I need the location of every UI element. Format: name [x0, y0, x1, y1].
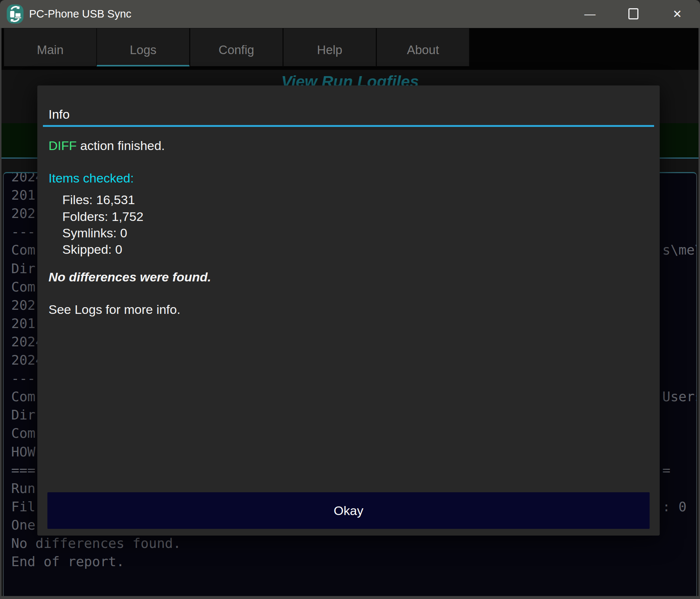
symlinks-count: Symlinks: 0	[62, 226, 127, 240]
log-text-left: Dir	[11, 261, 35, 276]
tab-help[interactable]: Help	[283, 28, 376, 66]
window-title: PC-Phone USB Sync	[29, 0, 131, 28]
log-text-left: 201	[11, 316, 35, 331]
title-bar: PC-Phone USB Sync — ✕	[0, 0, 700, 28]
app-window: PC-Phone USB Sync — ✕ Main Logs Config H…	[0, 0, 700, 599]
close-button[interactable]: ✕	[664, 0, 691, 28]
okay-button[interactable]: Okay	[47, 492, 650, 529]
tab-logs[interactable]: Logs	[97, 28, 190, 66]
action-rest: action finished.	[77, 138, 165, 153]
log-row: End of report.	[11, 552, 694, 571]
skipped-count: Skipped: 0	[62, 242, 122, 257]
tab-config[interactable]: Config	[190, 28, 283, 66]
see-logs-line: See Logs for more info.	[49, 302, 180, 317]
log-text-right: s\me\	[662, 241, 697, 259]
log-text-right: : 0	[662, 497, 687, 516]
window-bottom-edge	[0, 596, 700, 599]
log-text-left: End of report.	[11, 554, 124, 569]
action-name: DIFF	[49, 138, 77, 153]
maximize-icon	[628, 8, 638, 19]
info-dialog: Info DIFF action finished. Items checked…	[37, 85, 660, 536]
minimize-button[interactable]: —	[576, 0, 603, 28]
log-text-left: ---	[11, 224, 35, 239]
log-text-right: Users	[662, 387, 697, 406]
log-text-left: Com	[11, 279, 35, 294]
log-text-left: Com	[11, 242, 35, 258]
log-text-left: Fil	[11, 499, 35, 514]
items-checked-header: Items checked:	[49, 171, 134, 185]
tab-main[interactable]: Main	[4, 28, 97, 66]
maximize-button[interactable]	[620, 0, 647, 28]
log-text-left: HOW	[11, 444, 35, 459]
log-text-left: ---	[11, 371, 35, 386]
files-count: Files: 16,531	[62, 193, 135, 207]
log-text-left: 202	[11, 297, 35, 313]
window-right-edge	[699, 28, 700, 596]
dialog-title: Info	[49, 107, 70, 122]
log-text-right: =	[662, 461, 671, 479]
log-text-left: One	[11, 517, 35, 533]
action-finished-line: DIFF action finished.	[49, 138, 165, 153]
app-sync-icon	[7, 4, 24, 24]
minimize-icon: —	[584, 8, 596, 20]
log-text-left: 201	[11, 187, 35, 203]
log-text-left: No differences found.	[11, 536, 181, 551]
tab-about[interactable]: About	[376, 28, 469, 66]
folders-count: Folders: 1,752	[62, 209, 143, 224]
log-text-left: Dir	[11, 407, 35, 422]
log-text-left: Run	[11, 481, 35, 496]
log-text-left: ===	[11, 462, 35, 478]
result-line: No differences were found.	[49, 270, 211, 284]
dialog-divider	[43, 125, 654, 127]
window-left-edge	[0, 28, 1, 596]
log-text-left: Com	[11, 425, 35, 441]
log-text-left: Com	[11, 389, 35, 404]
tab-bar: Main Logs Config Help About	[0, 28, 700, 70]
log-row: No differences found.	[11, 534, 694, 552]
close-icon: ✕	[672, 8, 682, 20]
log-text-left: 202	[11, 206, 35, 221]
